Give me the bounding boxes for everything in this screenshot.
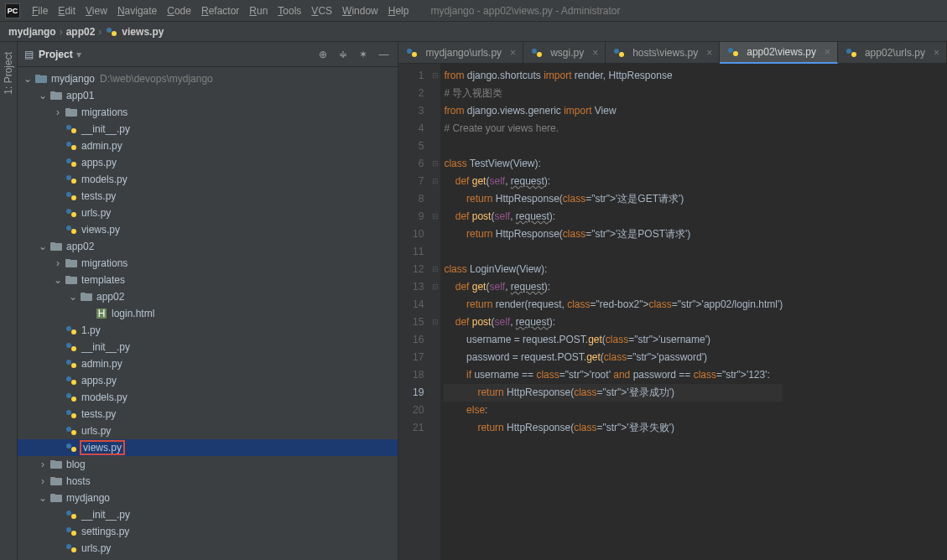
fold-mark[interactable] xyxy=(430,102,440,120)
fold-mark[interactable]: ⊟ xyxy=(430,278,440,296)
fold-mark[interactable] xyxy=(430,120,440,137)
code-line[interactable]: username = request.POST.get(class="str">… xyxy=(444,331,783,349)
project-tool-tab[interactable]: 1: Project xyxy=(3,49,14,98)
tree-item-1-py[interactable]: 1.py xyxy=(18,322,398,339)
code-line[interactable]: from django.views.generic import View xyxy=(444,102,783,120)
tree-item-app02[interactable]: ⌄app02 xyxy=(18,238,398,255)
expand-arrow-icon[interactable]: › xyxy=(51,257,65,269)
menu-edit[interactable]: Edit xyxy=(53,5,81,17)
close-icon[interactable]: × xyxy=(706,47,712,59)
fold-gutter[interactable]: ⊟⊟⊟⊟⊟⊟⊟ xyxy=(430,64,440,560)
code-line[interactable]: if username == class="str">'root' and pa… xyxy=(444,366,783,384)
fold-mark[interactable]: ⊟ xyxy=(430,314,440,331)
project-tree[interactable]: ⌄mydjangoD:\web\devops\mydjango⌄app01›mi… xyxy=(18,67,398,560)
fold-mark[interactable] xyxy=(430,243,440,261)
code-line[interactable]: def get(self, request): xyxy=(444,173,783,190)
code-line[interactable]: def post(self, request): xyxy=(444,314,783,331)
code-area[interactable]: from django.shortcuts import render, Htt… xyxy=(440,64,783,560)
tree-item-mydjango[interactable]: ⌄mydjango xyxy=(18,490,398,506)
code-line[interactable]: from django.shortcuts import render, Htt… xyxy=(444,67,783,85)
target-icon[interactable]: ⊕ xyxy=(315,47,330,62)
code-line[interactable]: # 导入视图类 xyxy=(444,85,783,102)
fold-mark[interactable] xyxy=(430,226,440,243)
fold-mark[interactable]: ⊟ xyxy=(430,261,440,278)
code-line[interactable]: class LoginView(View): xyxy=(444,261,783,278)
tree-item-tests-py[interactable]: tests.py xyxy=(18,406,398,423)
collapse-icon[interactable]: ≑ xyxy=(336,47,351,62)
code-line[interactable]: return HttpResponse(class="str">'这是GET请求… xyxy=(444,190,783,208)
breadcrumb-folder[interactable]: app02 xyxy=(66,26,96,38)
tree-item-admin-py[interactable]: admin.py xyxy=(18,355,398,372)
fold-mark[interactable] xyxy=(430,402,440,419)
code-line[interactable]: return render(request, class="red-box2">… xyxy=(444,296,783,314)
menu-vcs[interactable]: VCS xyxy=(306,5,337,17)
expand-arrow-icon[interactable]: › xyxy=(36,475,49,487)
tree-item-models-py[interactable]: models.py xyxy=(18,171,398,188)
tree-item-tests-py[interactable]: tests.py xyxy=(18,188,398,205)
editor-tab[interactable]: mydjango\urls.py× xyxy=(398,42,523,64)
menu-help[interactable]: Help xyxy=(383,5,414,17)
menu-window[interactable]: Window xyxy=(337,5,383,17)
close-icon[interactable]: × xyxy=(510,47,516,59)
menu-run[interactable]: Run xyxy=(244,5,273,17)
menu-view[interactable]: View xyxy=(81,5,112,17)
dropdown-icon[interactable]: ▾ xyxy=(76,49,81,60)
fold-mark[interactable] xyxy=(430,85,440,102)
fold-mark[interactable]: ⊟ xyxy=(430,67,440,85)
code-line[interactable]: return HttpResponse(class="str">'登录成功') xyxy=(444,384,783,402)
fold-mark[interactable] xyxy=(430,137,440,155)
tree-item-views-py[interactable]: views.py xyxy=(18,221,398,238)
tree-item-app01[interactable]: ⌄app01 xyxy=(18,87,398,104)
tree-item-views-py[interactable]: views.py xyxy=(18,439,398,456)
close-icon[interactable]: × xyxy=(934,47,939,59)
tree-item-migrations[interactable]: ›migrations xyxy=(18,255,398,272)
menu-navigate[interactable]: Navigate xyxy=(112,5,162,17)
fold-mark[interactable] xyxy=(430,384,440,402)
fold-mark[interactable] xyxy=(430,296,440,314)
tree-item-mydjango[interactable]: ⌄mydjangoD:\web\devops\mydjango xyxy=(18,70,398,87)
tree-item-apps-py[interactable]: apps.py xyxy=(18,372,398,389)
code-line[interactable]: def post(self, request): xyxy=(444,208,783,226)
tree-item-migrations[interactable]: ›migrations xyxy=(18,104,398,121)
tree-item-models-py[interactable]: models.py xyxy=(18,389,398,406)
close-icon[interactable]: × xyxy=(825,46,830,58)
tree-item-app02[interactable]: ⌄app02 xyxy=(18,288,398,305)
tree-item-blog[interactable]: ›blog xyxy=(18,456,398,473)
code-line[interactable]: class TestView(View): xyxy=(444,155,783,173)
expand-arrow-icon[interactable]: › xyxy=(51,106,65,118)
menu-code[interactable]: Code xyxy=(162,5,196,17)
tree-item-login-html[interactable]: Hlogin.html xyxy=(18,305,398,322)
tree-item-hosts[interactable]: ›hosts xyxy=(18,473,398,490)
code-line[interactable] xyxy=(444,243,783,261)
breadcrumb-file[interactable]: views.py xyxy=(122,26,164,38)
menu-tools[interactable]: Tools xyxy=(273,5,306,17)
expand-arrow-icon[interactable]: ⌄ xyxy=(36,492,49,504)
code-line[interactable]: return HttpResponse(class="str">'登录失败') xyxy=(444,419,783,437)
code-line[interactable] xyxy=(444,137,783,155)
tree-item-templates[interactable]: ⌄templates xyxy=(18,272,398,288)
editor-tab[interactable]: app02\urls.py× xyxy=(838,42,947,64)
fold-mark[interactable] xyxy=(430,331,440,349)
menu-file[interactable]: File xyxy=(27,5,53,17)
editor-tab[interactable]: hosts\views.py× xyxy=(606,42,720,64)
code-line[interactable]: password = request.POST.get(class="str">… xyxy=(444,349,783,366)
code-editor[interactable]: 123456789101112131415161718192021 ⊟⊟⊟⊟⊟⊟… xyxy=(398,64,947,560)
close-icon[interactable]: × xyxy=(592,47,598,59)
code-line[interactable]: def get(self, request): xyxy=(444,278,783,296)
tree-item---init---py[interactable]: __init__.py xyxy=(18,121,398,137)
tree-item---init---py[interactable]: __init__.py xyxy=(18,506,398,523)
tree-item-urls-py[interactable]: urls.py xyxy=(18,205,398,221)
fold-mark[interactable]: ⊟ xyxy=(430,155,440,173)
tree-item-apps-py[interactable]: apps.py xyxy=(18,154,398,171)
expand-arrow-icon[interactable]: ⌄ xyxy=(21,73,34,85)
code-line[interactable]: else: xyxy=(444,402,783,419)
code-line[interactable]: return HttpResponse(class="str">'这是POST请… xyxy=(444,226,783,243)
breadcrumb-root[interactable]: mydjango xyxy=(8,26,56,38)
expand-arrow-icon[interactable]: › xyxy=(36,459,49,470)
tree-item-urls-py[interactable]: urls.py xyxy=(18,540,398,557)
expand-arrow-icon[interactable]: ⌄ xyxy=(51,274,65,286)
fold-mark[interactable]: ⊟ xyxy=(430,173,440,190)
tree-item-admin-py[interactable]: admin.py xyxy=(18,137,398,154)
editor-tab[interactable]: app02\views.py× xyxy=(720,42,838,64)
fold-mark[interactable] xyxy=(430,349,440,366)
